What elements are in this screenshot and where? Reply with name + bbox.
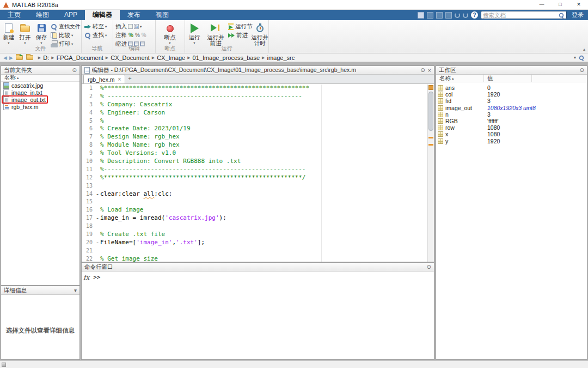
code-line-20[interactable]: 20-FileName=['image_in','.txt']; xyxy=(82,239,427,247)
panel-menu-icon[interactable]: ⊙ xyxy=(420,67,425,73)
code-line-6[interactable]: 6% Create Date: 2023/01/19 xyxy=(82,125,427,133)
file-list-name-header[interactable]: 名称 ▴ xyxy=(1,75,79,82)
code-line-11[interactable]: 11%-------------------------------------… xyxy=(82,166,427,174)
code-line-7[interactable]: 7% Design Name: rgb_hex xyxy=(82,133,427,141)
code-line-17[interactable]: 17-image_in = imread('cascatrix.jpg'); xyxy=(82,214,427,222)
goto-button[interactable]: 转至 ▾ xyxy=(84,22,112,31)
doc-search-input[interactable] xyxy=(483,11,558,19)
insert-button[interactable]: 插入 fx ▾ xyxy=(115,22,155,31)
name-column-header[interactable]: 名称 ▴ xyxy=(436,75,484,82)
file-row-cascatrix.jpg[interactable]: cascatrix.jpg xyxy=(1,82,79,89)
code-line-18[interactable]: 18 xyxy=(82,222,427,231)
workspace-var-image_out[interactable]: image_out1080x1920x3 uint8 xyxy=(436,105,587,111)
folder-up-icon[interactable] xyxy=(16,55,23,60)
ribbon-tab-编辑器[interactable]: 编辑器 xyxy=(85,10,120,20)
undo-icon[interactable] xyxy=(455,13,460,18)
workspace-var-ans[interactable]: ans0 xyxy=(436,85,587,91)
browse-folder-icon[interactable] xyxy=(26,55,33,60)
breadcrumb-item[interactable]: 01_Image_process_base xyxy=(193,55,260,61)
ribbon-tab-绘图[interactable]: 绘图 xyxy=(28,10,57,20)
find-files-button[interactable]: 查找文件 xyxy=(50,22,81,31)
layout-grip-icon[interactable] xyxy=(2,363,6,367)
code-line-22[interactable]: 22% Get image size xyxy=(82,255,427,262)
cut-icon[interactable] xyxy=(427,12,433,19)
code-line-14[interactable]: 14-clear;clear all;clc; xyxy=(82,190,427,198)
code-line-8[interactable]: 8% Module Name: rgb_hex xyxy=(82,141,427,149)
workspace-var-x[interactable]: x1080 xyxy=(436,131,587,137)
workspace-var-fid[interactable]: fid3 xyxy=(436,98,587,104)
workspace-var-col[interactable]: col1920 xyxy=(436,91,587,98)
variable-value: 0 xyxy=(484,85,491,91)
compare-button[interactable]: 比较 ▾ xyxy=(50,31,81,39)
code-analyzer-status-icon[interactable] xyxy=(428,85,433,90)
details-collapse-icon[interactable]: ▾ xyxy=(74,287,77,293)
code-line-10[interactable]: 10% Description: Convert RGB888 into .tx… xyxy=(82,158,427,166)
breadcrumb-item[interactable]: CX_Image xyxy=(157,55,185,61)
code-line-19[interactable]: 19% Create .txt file xyxy=(82,231,427,239)
code-line-15[interactable]: 15 xyxy=(82,198,427,206)
find-button[interactable]: 查找 ▾ xyxy=(84,31,112,39)
collapse-toolstrip-icon[interactable]: ▴ xyxy=(583,47,585,52)
scrollbar-thumb[interactable] xyxy=(428,92,433,131)
breadcrumb-item[interactable]: image_src xyxy=(267,55,295,61)
workspace-var-y[interactable]: y1920 xyxy=(436,138,587,144)
column-guide-line xyxy=(321,85,322,262)
breadcrumb-item[interactable]: D: xyxy=(43,55,49,61)
code-line-4[interactable]: 4% Engineer: Carson xyxy=(82,109,427,117)
paste-icon[interactable] xyxy=(445,12,452,19)
code-line-5[interactable]: 5% xyxy=(82,117,427,125)
ribbon-tab-APP[interactable]: APP xyxy=(57,10,85,20)
panel-close-icon[interactable]: × xyxy=(428,67,431,74)
panel-menu-icon[interactable]: ⊙ xyxy=(427,264,431,270)
code-line-21[interactable]: 21 xyxy=(82,247,427,255)
warning-tick-icon[interactable] xyxy=(428,144,433,146)
workspace-column-headers[interactable]: 名称 ▴ 值 xyxy=(436,75,587,82)
copy-icon[interactable] xyxy=(436,12,443,19)
back-icon[interactable]: ◀ xyxy=(3,55,7,61)
help-icon[interactable]: ? xyxy=(471,11,478,19)
panel-menu-icon[interactable]: ⊙ xyxy=(580,67,584,73)
panel-menu-icon[interactable]: ⊙ xyxy=(72,67,77,73)
code-line-2[interactable]: 2% -------------------------------------… xyxy=(82,93,427,101)
redo-icon[interactable] xyxy=(463,13,468,18)
breadcrumb-item[interactable]: CX_Document xyxy=(111,55,150,61)
minimize-button[interactable]: — xyxy=(532,0,551,9)
code-line-13[interactable]: 13 xyxy=(82,182,427,190)
login-button[interactable]: 登录 xyxy=(572,11,584,19)
code-line-1[interactable]: 1%**************************************… xyxy=(82,85,427,93)
breakpoints-icon xyxy=(167,25,174,32)
tab-close-icon[interactable]: × xyxy=(118,76,121,82)
code-line-9[interactable]: 9% Tool Versions: v1.0 xyxy=(82,149,427,158)
comment-button[interactable]: 注释 % % % xyxy=(115,31,155,39)
ribbon-tab-视图[interactable]: 视图 xyxy=(148,10,176,20)
command-window-body[interactable]: fx >> xyxy=(82,272,434,283)
search-icon[interactable] xyxy=(559,12,564,17)
maximize-button[interactable]: □ xyxy=(551,0,569,9)
advance-button[interactable]: 前进 xyxy=(228,31,250,39)
quick-save-icon[interactable] xyxy=(418,12,424,19)
file-row-image_in.txt[interactable]: image_in.txt xyxy=(1,89,79,96)
code-code: FileName=[ xyxy=(100,239,136,246)
workspace-var-RGB[interactable]: RGB'ffffff' xyxy=(436,118,587,124)
new-tab-button[interactable]: + xyxy=(125,75,134,83)
run-section-button[interactable]: 运行节 xyxy=(228,22,250,31)
address-search-icon[interactable] xyxy=(579,55,584,60)
code-area[interactable]: 1%**************************************… xyxy=(82,85,427,262)
address-dropdown-icon[interactable]: ▾ xyxy=(574,55,576,60)
forward-icon[interactable]: ▶ xyxy=(9,55,13,61)
warning-tick-icon[interactable] xyxy=(428,137,433,138)
tab-rgb-hex-m[interactable]: rgb_hex.m × xyxy=(83,75,125,83)
ribbon-tab-主页[interactable]: 主页 xyxy=(0,10,28,20)
code-line-16[interactable]: 16% Load image xyxy=(82,206,427,214)
file-row-rgb_hex.m[interactable]: rgb_hex.m xyxy=(1,103,79,110)
ribbon-tab-发布[interactable]: 发布 xyxy=(120,10,148,20)
code-line-3[interactable]: 3% Company: Cascatrix xyxy=(82,101,427,109)
code-line-12[interactable]: 12%*************************************… xyxy=(82,174,427,182)
file-row-image_out.txt[interactable]: image_out.txt xyxy=(1,96,79,103)
workspace-var-row[interactable]: row1080 xyxy=(436,124,587,131)
close-button[interactable]: ✕ xyxy=(569,0,588,9)
value-column-header[interactable]: 值 xyxy=(484,75,532,82)
editor-scrollbar[interactable] xyxy=(427,85,434,262)
breadcrumb-item[interactable]: FPGA_Document xyxy=(57,55,103,61)
workspace-var-n[interactable]: n3 xyxy=(436,111,587,118)
